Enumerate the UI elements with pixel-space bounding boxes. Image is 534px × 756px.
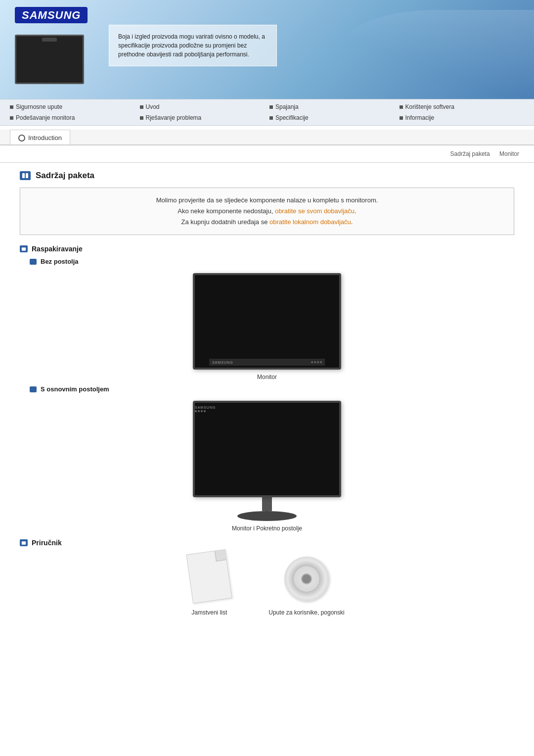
cd-icon — [284, 557, 329, 601]
header-monitor-image — [15, 35, 94, 94]
nav-bullet-icon — [140, 116, 143, 120]
sub-title-label-raspakiravanje: Raspakiravanje — [32, 245, 83, 253]
nav-item-label: Korištenje softvera — [405, 103, 454, 110]
nav-item-label: Informacije — [405, 114, 435, 121]
nav-item-label: Sigurnosne upute — [16, 103, 62, 110]
navigation-bar: Sigurnosne upute Uvod Spajanja Korištenj… — [0, 99, 534, 126]
nav-item-uvod[interactable]: Uvod — [140, 102, 265, 111]
svg-rect-1 — [26, 173, 28, 178]
tab-circle-icon — [18, 135, 25, 142]
svg-rect-2 — [22, 247, 26, 251]
sub-title-label-prirucnik: Priručnik — [32, 539, 62, 547]
accessory-cd: Upute za korisnike, pogonski — [268, 557, 344, 616]
nav-item-label: Podešavanje monitora — [16, 114, 75, 121]
divider — [0, 162, 534, 163]
nav-bullet-icon — [269, 105, 273, 109]
nav-item-label: Uvod — [146, 103, 160, 110]
samsung-logo: SAMSUNG — [15, 9, 88, 22]
info-line1: Molimo provjerite da se sljedeće kompone… — [156, 196, 378, 204]
nav-bullet-icon — [400, 105, 403, 109]
dot1 — [311, 361, 313, 363]
monitor-brand-text-2: SAMSUNG — [195, 406, 216, 409]
sub-icon-prirucnik — [20, 539, 28, 546]
info-link1[interactable]: obratite se svom dobavljaču — [275, 207, 355, 215]
accessory-paper: Jamstveni list — [189, 552, 229, 616]
nav-item-podesavanje[interactable]: Podešavanje monitora — [10, 113, 135, 122]
stand-base — [237, 511, 297, 521]
box-icon — [21, 247, 26, 251]
section-heading: Sadržaj paketa — [36, 171, 94, 181]
monitor-brand-text: SAMSUNG — [212, 361, 233, 364]
tab-introduction-label: Introduction — [28, 134, 62, 142]
nav-item-rjesavanje[interactable]: Rješavanje problema — [140, 113, 265, 122]
monitor-screen: SAMSUNG — [193, 401, 341, 497]
dot2 — [198, 410, 200, 412]
monitor-without-stand-image: SAMSUNG Monitor — [20, 273, 514, 380]
sub-sub-icon-2 — [30, 386, 37, 392]
sub-sub-title-bez-postolja: Bez postolja — [30, 258, 514, 265]
caption-jamstveni: Jamstveni list — [191, 609, 227, 616]
breadcrumb-item-monitor[interactable]: Monitor — [499, 150, 519, 157]
sub-icon-raspakiravanje — [20, 245, 28, 252]
caption-upute: Upute za korisnike, pogonski — [268, 609, 344, 616]
dot2 — [314, 361, 316, 363]
info-line3-prefix: Za kupnju dodatnih uređaja se — [181, 218, 270, 226]
monitor-brand-bar-2: SAMSUNG — [195, 403, 339, 412]
dot4 — [204, 410, 206, 412]
nav-bullet-icon — [400, 116, 403, 120]
dot3 — [201, 410, 203, 412]
nav-item-informacije[interactable]: Informacije — [400, 113, 525, 122]
breadcrumb: Sadržaj paketa Monitor — [0, 145, 534, 159]
nav-item-label: Rješavanje problema — [146, 114, 202, 121]
page-header: SAMSUNG Boja i izgled proizvoda mogu var… — [0, 0, 534, 99]
info-line2-prefix: Ako neke komponente nedostaju, — [178, 207, 275, 215]
manual-icon — [21, 541, 26, 545]
monitor-brand-dots — [311, 361, 322, 363]
monitor-stand-drawing: SAMSUNG — [193, 401, 341, 521]
svg-rect-0 — [22, 173, 25, 178]
monitor-brand-bar: SAMSUNG — [209, 359, 325, 366]
stand-neck — [262, 497, 272, 511]
dot3 — [317, 361, 319, 363]
breadcrumb-separator — [494, 150, 495, 157]
sub-sub-title-s-postoljem: S osnovnim postoljem — [30, 385, 514, 393]
info-suffix1: . — [355, 207, 356, 215]
nav-grid: Sigurnosne upute Uvod Spajanja Korištenj… — [10, 102, 524, 122]
subsection-prirucnik: Priručnik Jamstveni list Upute za korisn… — [20, 539, 514, 616]
sub-title-prirucnik: Priručnik — [20, 539, 514, 547]
info-suffix2: . — [351, 218, 353, 226]
tab-bar: Introduction — [0, 130, 534, 145]
sub-sub-label-bez-postolja: Bez postolja — [41, 258, 79, 265]
monitor-drawing-bez: SAMSUNG — [193, 273, 341, 370]
nav-item-label: Spajanja — [275, 103, 299, 110]
sub-sub-icon — [30, 259, 37, 265]
nav-item-label: Specifikacije — [275, 114, 309, 121]
nav-item-koristenje[interactable]: Korištenje softvera — [400, 102, 525, 111]
book-icon — [22, 173, 29, 179]
caption-s-postoljem: Monitor i Pokretno postolje — [232, 525, 302, 532]
nav-bullet-icon — [10, 116, 13, 120]
section-title-sadrzaj: Sadržaj paketa — [20, 171, 514, 181]
breadcrumb-item-sadrZaj[interactable]: Sadržaj paketa — [450, 150, 490, 157]
header-description-text: Boja i izgled proizvoda mogu varirati ov… — [118, 33, 265, 58]
nav-item-sigurnosne[interactable]: Sigurnosne upute — [10, 102, 135, 111]
subsection-raspakiravanje: Raspakiravanje Bez postolja SAMSUNG Mo — [20, 245, 514, 532]
nav-item-spajanja[interactable]: Spajanja — [269, 102, 395, 111]
nav-bullet-icon — [269, 116, 273, 120]
main-content: Sadržaj paketa Molimo provjerite da se s… — [0, 166, 534, 641]
info-link2[interactable]: obratite lokalnom dobavljaču — [269, 218, 351, 226]
dot1 — [195, 410, 197, 412]
caption-bez-postolja: Monitor — [257, 374, 277, 380]
sub-title-raspakiravanje: Raspakiravanje — [20, 245, 514, 253]
nav-bullet-icon — [140, 105, 143, 109]
monitor-with-stand-image: SAMSUNG Monitor i Pokretno postolje — [20, 401, 514, 532]
header-description-box: Boja i izgled proizvoda mogu varirati ov… — [109, 25, 277, 66]
nav-item-specifikacije[interactable]: Specifikacije — [269, 113, 395, 122]
tab-introduction[interactable]: Introduction — [10, 130, 70, 144]
accessories-row: Jamstveni list Upute za korisnike, pogon… — [20, 552, 514, 616]
paper-icon — [186, 549, 232, 604]
sub-sub-label-s-postoljem: S osnovnim postoljem — [41, 385, 109, 393]
info-box: Molimo provjerite da se sljedeće kompone… — [20, 188, 514, 235]
header-decoration — [336, 10, 534, 99]
svg-rect-3 — [22, 541, 26, 545]
